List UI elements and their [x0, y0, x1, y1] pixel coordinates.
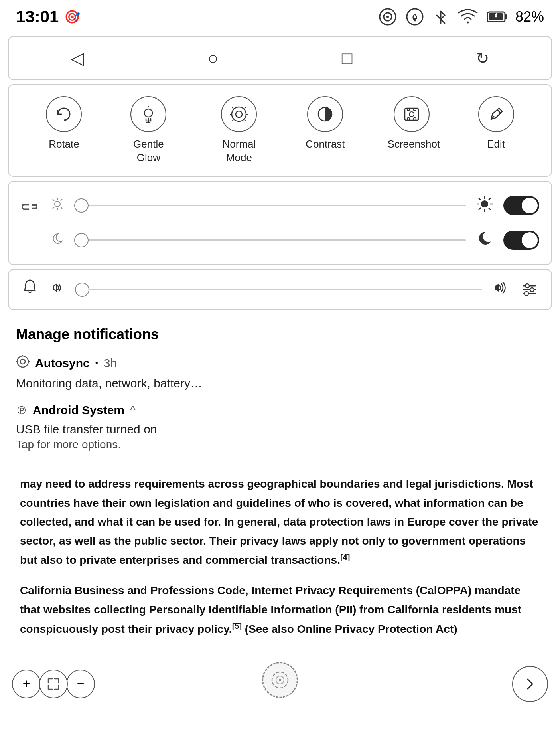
- svg-line-39: [53, 199, 54, 201]
- gentle-glow-icon: [139, 105, 158, 123]
- brightness-low-icon: [49, 197, 65, 214]
- svg-rect-30: [407, 118, 410, 120]
- normal-mode-icon: [230, 105, 248, 123]
- spinning-overlay-icon: [262, 662, 298, 698]
- gentle-glow-icon-circle: [130, 96, 166, 132]
- svg-line-40: [61, 207, 62, 209]
- bulb-icon: [405, 7, 424, 26]
- brightness-panel: nU: [8, 181, 552, 265]
- quick-item-edit[interactable]: Edit: [478, 96, 514, 151]
- svg-point-16: [232, 107, 246, 121]
- svg-rect-7: [505, 14, 507, 19]
- svg-point-2: [386, 16, 389, 18]
- svg-point-43: [481, 200, 488, 208]
- rotate-label: Rotate: [49, 138, 79, 151]
- article-paragraph-1: may need to address requirements across …: [20, 474, 540, 570]
- volume-high-icon: [491, 279, 511, 300]
- brightness-toggle[interactable]: [503, 196, 539, 215]
- brightness-slider[interactable]: [74, 205, 466, 206]
- gentle-glow-label: Gentle Glow: [124, 138, 172, 165]
- svg-line-50: [489, 198, 491, 200]
- recents-button[interactable]: □: [330, 44, 365, 72]
- svg-line-48: [479, 198, 481, 200]
- autosync-icon: [16, 355, 30, 371]
- night-low-icon: [49, 231, 65, 249]
- expand-button[interactable]: [39, 670, 68, 698]
- svg-line-49: [489, 208, 491, 210]
- custom-icon-1: [378, 7, 397, 26]
- quick-item-contrast[interactable]: Contrast: [306, 96, 345, 151]
- font-size-icon: nU: [21, 203, 41, 208]
- zoom-in-button[interactable]: +: [12, 670, 41, 698]
- svg-marker-55: [495, 284, 499, 291]
- location-icon: 🎯: [64, 9, 80, 24]
- contrast-icon-circle: [307, 96, 343, 132]
- svg-point-62: [17, 356, 28, 367]
- svg-line-42: [53, 207, 54, 209]
- autosync-body: Monitoring data, network, battery…: [16, 374, 544, 392]
- edit-label: Edit: [487, 138, 505, 151]
- quick-item-normal-mode[interactable]: Normal Mode: [215, 96, 263, 165]
- nav-bar: ◁ ○ □ ↻: [8, 36, 552, 80]
- night-high-icon: [475, 229, 495, 251]
- battery-icon: [487, 7, 507, 26]
- bell-icon: [21, 279, 39, 300]
- footnote-4: [4]: [340, 553, 350, 561]
- svg-point-63: [20, 359, 25, 364]
- manage-notifications-title: Manage notifications: [16, 326, 544, 343]
- notifications-section: Manage notifications Autosync • 3h Monit…: [0, 314, 560, 451]
- svg-line-25: [232, 120, 233, 121]
- clock: 13:01: [16, 7, 59, 26]
- bluetooth-icon: [432, 7, 449, 26]
- volume-slider[interactable]: [75, 289, 482, 290]
- forward-button[interactable]: [512, 666, 548, 702]
- svg-marker-54: [53, 284, 57, 291]
- article-paragraph-2: California Business and Professions Code…: [20, 581, 540, 638]
- equalizer-icon[interactable]: [519, 279, 539, 300]
- contrast-label: Contrast: [306, 138, 345, 151]
- volume-low-icon: [48, 279, 66, 300]
- svg-point-32: [409, 112, 414, 117]
- edit-icon-circle: [478, 96, 514, 132]
- quick-settings-panel: Rotate Gentle Glow: [8, 84, 552, 177]
- svg-line-41: [61, 199, 62, 201]
- svg-rect-29: [414, 108, 416, 111]
- notification-autosync[interactable]: Autosync • 3h Monitoring data, network, …: [16, 355, 544, 392]
- refresh-button[interactable]: ↻: [464, 45, 501, 71]
- status-icons: 82%: [378, 7, 544, 26]
- svg-point-12: [144, 109, 152, 117]
- quick-item-screenshot[interactable]: Screenshot: [388, 96, 436, 151]
- svg-line-22: [232, 107, 233, 109]
- screenshot-icon-circle: [394, 96, 430, 132]
- bottom-bar: + −: [0, 658, 560, 710]
- svg-point-34: [55, 201, 60, 207]
- svg-point-61: [525, 292, 528, 296]
- normal-mode-label: Normal Mode: [215, 138, 263, 165]
- quick-item-gentle-glow[interactable]: Gentle Glow: [124, 96, 172, 165]
- android-system-body1: USB file transfer turned on: [16, 420, 544, 438]
- notification-android-system[interactable]: ℗ Android System ^ USB file transfer tur…: [16, 403, 544, 451]
- fab-group: + −: [12, 670, 93, 698]
- night-toggle[interactable]: [503, 231, 539, 250]
- svg-point-3: [407, 9, 423, 25]
- android-system-app-name: Android System: [33, 403, 124, 417]
- brightness-high-icon: [475, 195, 495, 216]
- night-mode-row: [21, 225, 539, 255]
- status-bar: 13:01 🎯: [0, 0, 560, 32]
- article-section: may need to address requirements across …: [0, 462, 560, 654]
- volume-panel: [8, 269, 552, 310]
- battery-percent: 82%: [515, 8, 544, 25]
- quick-item-rotate[interactable]: Rotate: [46, 96, 82, 151]
- night-slider[interactable]: [74, 239, 466, 241]
- svg-rect-28: [407, 108, 410, 111]
- autosync-time: 3h: [104, 356, 117, 370]
- rotate-icon-circle: [46, 96, 82, 132]
- svg-rect-31: [414, 118, 416, 120]
- back-button[interactable]: ◁: [59, 44, 96, 72]
- autosync-dot: •: [95, 358, 98, 368]
- zoom-out-button[interactable]: −: [66, 670, 95, 698]
- svg-point-70: [279, 679, 281, 681]
- wifi-icon: [457, 7, 479, 26]
- home-button[interactable]: ○: [196, 44, 231, 72]
- brightness-row: nU: [21, 190, 539, 221]
